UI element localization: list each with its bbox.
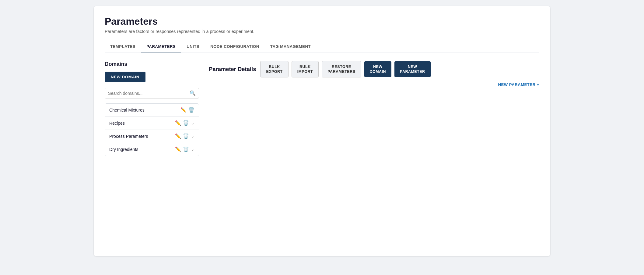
- new-domain-button[interactable]: NEW DOMAIN: [105, 72, 145, 82]
- panel-title: Parameter Details: [209, 66, 256, 73]
- bulk-export-button[interactable]: BULK EXPORT: [260, 61, 288, 77]
- page-subtitle: Parameters are factors or responses repr…: [105, 29, 539, 34]
- tab-node-configuration[interactable]: NODE CONFIGURATION: [205, 41, 265, 52]
- domain-actions-dry-ingredients: ✏️ 🗑️ ⌄: [175, 147, 194, 152]
- domain-actions-chemical-mixtures: ✏️ 🗑️: [180, 108, 194, 112]
- domain-list: Chemical Mixtures ✏️ 🗑️ Recipes ✏️ 🗑️ ⌄: [105, 103, 199, 156]
- domain-actions-process-parameters: ✏️ 🗑️ ⌄: [175, 134, 194, 139]
- sidebar: Domains NEW DOMAIN 🔍 Chemical Mixtures ✏…: [105, 61, 199, 156]
- chevron-icon-dry-ingredients[interactable]: ⌄: [191, 147, 194, 152]
- edit-icon-chemical-mixtures[interactable]: ✏️: [180, 108, 187, 112]
- search-box: 🔍: [105, 88, 199, 98]
- right-panel: Parameter Details BULK EXPORT BULK IMPOR…: [209, 61, 539, 156]
- new-domain-panel-button[interactable]: NEW DOMAIN: [364, 61, 392, 77]
- domain-name-dry-ingredients: Dry Ingredients: [109, 147, 138, 152]
- domain-item-chemical-mixtures[interactable]: Chemical Mixtures ✏️ 🗑️: [105, 104, 199, 117]
- new-parameter-button[interactable]: NEW PARAMETER: [394, 61, 431, 77]
- edit-icon-recipes[interactable]: ✏️: [175, 121, 181, 126]
- delete-icon-recipes[interactable]: 🗑️: [183, 121, 189, 126]
- edit-icon-process-parameters[interactable]: ✏️: [175, 134, 181, 139]
- domain-name-chemical-mixtures: Chemical Mixtures: [109, 108, 145, 112]
- bulk-import-button[interactable]: BULK IMPORT: [292, 61, 319, 77]
- search-input[interactable]: [108, 91, 190, 96]
- tab-tag-management[interactable]: TAG MANAGEMENT: [265, 41, 316, 52]
- page-container: Parameters Parameters are factors or res…: [94, 6, 550, 256]
- chevron-icon-recipes[interactable]: ⌄: [191, 121, 194, 125]
- new-parameter-link[interactable]: NEW PARAMETER +: [498, 82, 539, 87]
- domain-item-recipes[interactable]: Recipes ✏️ 🗑️ ⌄: [105, 117, 199, 130]
- panel-header: Parameter Details BULK EXPORT BULK IMPOR…: [209, 61, 539, 77]
- delete-icon-chemical-mixtures[interactable]: 🗑️: [188, 108, 194, 112]
- domain-item-dry-ingredients[interactable]: Dry Ingredients ✏️ 🗑️ ⌄: [105, 143, 199, 156]
- domain-name-recipes: Recipes: [109, 121, 125, 126]
- tab-parameters[interactable]: PARAMETERS: [141, 41, 181, 52]
- tab-bar: TEMPLATES PARAMETERS UNITS NODE CONFIGUR…: [105, 41, 539, 52]
- search-icon: 🔍: [190, 90, 196, 96]
- delete-icon-dry-ingredients[interactable]: 🗑️: [183, 147, 189, 152]
- domain-name-process-parameters: Process Parameters: [109, 134, 148, 139]
- page-title: Parameters: [105, 16, 539, 27]
- main-content: Domains NEW DOMAIN 🔍 Chemical Mixtures ✏…: [105, 61, 539, 156]
- panel-actions: BULK EXPORT BULK IMPORT RESTORE PARAMETE…: [260, 61, 539, 77]
- delete-icon-process-parameters[interactable]: 🗑️: [183, 134, 189, 139]
- sidebar-title: Domains: [105, 61, 199, 67]
- domain-actions-recipes: ✏️ 🗑️ ⌄: [175, 121, 194, 126]
- chevron-icon-process-parameters[interactable]: ⌄: [191, 134, 194, 138]
- tab-units[interactable]: UNITS: [181, 41, 205, 52]
- domain-item-process-parameters[interactable]: Process Parameters ✏️ 🗑️ ⌄: [105, 130, 199, 143]
- restore-parameters-button[interactable]: RESTORE PARAMETERS: [322, 61, 361, 77]
- edit-icon-dry-ingredients[interactable]: ✏️: [175, 147, 181, 152]
- tab-templates[interactable]: TEMPLATES: [105, 41, 141, 52]
